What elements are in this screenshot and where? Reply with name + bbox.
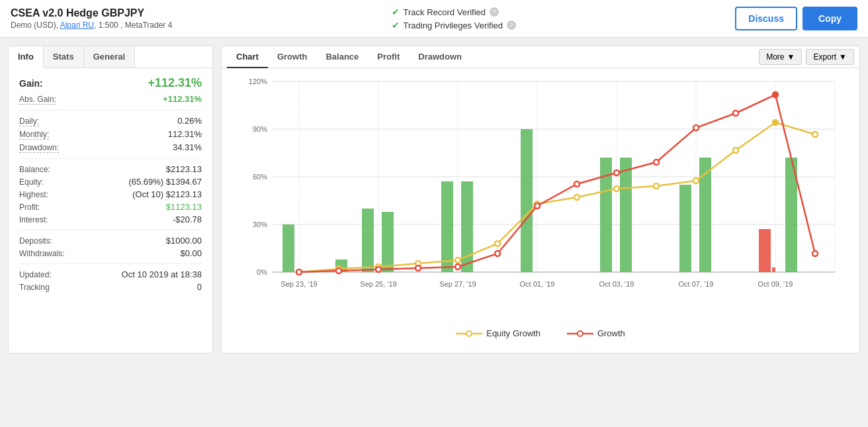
legend-equity-line-icon xyxy=(456,329,482,338)
monthly-row: Monthly: 112.31% xyxy=(19,129,202,140)
trading-privileges-help-icon[interactable]: ? xyxy=(507,21,516,30)
verification-badges: ✔ Track Record Verified ? ✔ Trading Priv… xyxy=(392,7,517,30)
tab-stats[interactable]: Stats xyxy=(44,46,84,68)
drawdown-value: 34.31% xyxy=(173,142,202,152)
divider-2 xyxy=(19,158,202,159)
balance-label: Balance: xyxy=(19,165,50,174)
bar-10 xyxy=(679,185,691,272)
growth-dot-6 xyxy=(495,251,500,256)
chevron-down-icon: ▼ xyxy=(787,52,795,62)
track-record-help-icon[interactable]: ? xyxy=(490,7,499,17)
highest-value: (Oct 10) $2123.13 xyxy=(132,189,202,199)
chevron-down-icon-2: ▼ xyxy=(839,52,847,62)
chart-tab-growth[interactable]: Growth xyxy=(268,46,317,68)
export-button[interactable]: Export ▼ xyxy=(806,49,854,65)
equity-dot-13 xyxy=(773,120,778,125)
main-content: Info Stats General Gain: +112.31% Abs. G… xyxy=(0,38,868,361)
drawdown-label: Drawdown: xyxy=(19,143,59,153)
chart-tabs-row: Chart Growth Balance Profit Drawdown Mor… xyxy=(222,46,859,68)
chart-tab-drawdown[interactable]: Drawdown xyxy=(409,46,471,68)
withdrawals-row: Withdrawals: $0.00 xyxy=(19,248,202,258)
monthly-value: 112.31% xyxy=(168,129,202,139)
growth-dot-1 xyxy=(296,269,302,275)
copy-button[interactable]: Copy xyxy=(803,7,857,30)
equity-dot-12 xyxy=(733,148,738,153)
divider-4 xyxy=(19,263,202,264)
growth-dot-11 xyxy=(693,125,699,130)
broker-link[interactable]: Alpari RU xyxy=(60,21,94,30)
chart-tab-balance[interactable]: Balance xyxy=(316,46,368,68)
bar-9 xyxy=(620,158,632,272)
equity-dot-8 xyxy=(574,195,580,200)
more-button[interactable]: More ▼ xyxy=(759,49,802,65)
interest-value: -$20.78 xyxy=(173,214,202,224)
check-icon: ✔ xyxy=(392,7,400,17)
svg-point-29 xyxy=(578,331,583,336)
daily-row: Daily: 0.26% xyxy=(19,116,202,126)
left-tabs-row: Info Stats General xyxy=(9,46,212,68)
tab-general[interactable]: General xyxy=(84,46,135,68)
left-panel: Info Stats General Gain: +112.31% Abs. G… xyxy=(8,46,213,354)
equity-dot-9 xyxy=(614,186,619,191)
chart-area: 120% 90% 60% 30% 0% Sep 23, '19 Sep 25, … xyxy=(222,68,859,353)
svg-text:Oct 09, '19: Oct 09, '19 xyxy=(758,280,793,288)
legend-growth-line-icon xyxy=(567,329,593,338)
updated-value: Oct 10 2019 at 18:38 xyxy=(122,269,202,279)
updated-row: Updated: Oct 10 2019 at 18:38 xyxy=(19,269,202,279)
gain-row: Gain: +112.31% xyxy=(19,76,202,90)
tracking-value: 0 xyxy=(197,282,202,292)
chart-svg: 120% 90% 60% 30% 0% Sep 23, '19 Sep 25, … xyxy=(228,75,853,320)
bar-7 xyxy=(521,129,533,272)
growth-dot-5 xyxy=(455,264,460,269)
equity-dot-11 xyxy=(693,178,699,183)
chart-legend: Equity Growth Growth xyxy=(228,328,853,338)
withdrawals-value: $0.00 xyxy=(180,248,202,258)
discuss-button[interactable]: Discuss xyxy=(735,7,797,30)
divider-1 xyxy=(19,110,202,111)
deposits-value: $1000.00 xyxy=(166,236,202,246)
top-bar-left: CSEA v2.0 Hedge GBPJPY Demo (USD), Alpar… xyxy=(11,7,172,30)
abs-gain-row: Abs. Gain: +112.31% xyxy=(19,94,202,105)
gain-label: Gain: xyxy=(19,78,43,89)
equity-dot-5 xyxy=(455,258,460,263)
legend-equity-growth: Equity Growth xyxy=(456,328,541,338)
svg-text:60%: 60% xyxy=(253,173,267,181)
export-label: Export xyxy=(813,52,836,62)
strategy-subtitle: Demo (USD), Alpari RU, 1:500 , MetaTrade… xyxy=(11,21,172,30)
deposits-row: Deposits: $1000.00 xyxy=(19,236,202,246)
growth-dot-3 xyxy=(376,267,381,272)
equity-dot-6 xyxy=(495,241,500,246)
tab-info[interactable]: Info xyxy=(9,46,44,68)
legend-growth-label: Growth xyxy=(597,328,625,338)
abs-gain-value: +112.31% xyxy=(163,94,202,104)
growth-dot-9 xyxy=(614,170,619,175)
chart-tab-chart[interactable]: Chart xyxy=(227,46,268,68)
profit-row: Profit: $1123.13 xyxy=(19,202,202,212)
svg-text:90%: 90% xyxy=(253,125,267,133)
track-record-label: Track Record Verified xyxy=(404,7,486,17)
interest-row: Interest: -$20.78 xyxy=(19,214,202,224)
daily-value: 0.26% xyxy=(177,116,202,126)
growth-dot-4 xyxy=(415,265,421,271)
svg-text:Oct 03, '19: Oct 03, '19 xyxy=(599,280,634,288)
check-icon-2: ✔ xyxy=(392,20,400,30)
abs-gain-label: Abs. Gain: xyxy=(19,95,56,105)
svg-text:Sep 27, '19: Sep 27, '19 xyxy=(439,280,476,288)
profit-label: Profit: xyxy=(19,203,40,212)
svg-text:Oct 01, '19: Oct 01, '19 xyxy=(520,280,555,288)
equity-row: Equity: (65.69%) $1394.67 xyxy=(19,177,202,187)
growth-line xyxy=(299,95,815,272)
bar-red-1 xyxy=(759,229,771,272)
bar-3 xyxy=(362,209,374,272)
equity-line xyxy=(299,122,815,272)
balance-value: $2123.13 xyxy=(166,164,202,174)
divider-3 xyxy=(19,230,202,230)
chart-tab-profit[interactable]: Profit xyxy=(368,46,409,68)
bar-5 xyxy=(441,181,453,272)
growth-dot-10 xyxy=(654,160,659,165)
track-record-badge: ✔ Track Record Verified ? xyxy=(392,7,517,17)
strategy-title: CSEA v2.0 Hedge GBPJPY xyxy=(11,7,172,19)
equity-value: (65.69%) $1394.67 xyxy=(128,177,202,187)
legend-equity-label: Equity Growth xyxy=(486,328,541,338)
interest-label: Interest: xyxy=(19,215,48,224)
